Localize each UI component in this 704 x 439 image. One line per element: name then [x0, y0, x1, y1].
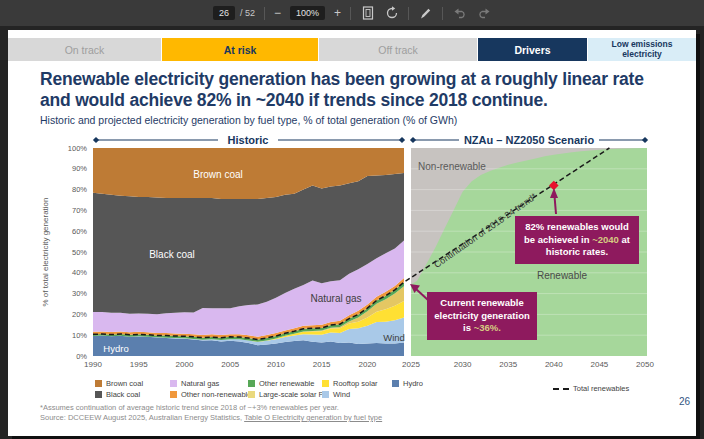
svg-text:60%: 60% — [72, 227, 87, 236]
zoom-out-button[interactable]: − — [274, 7, 281, 19]
svg-text:100%: 100% — [68, 144, 88, 153]
slide-title-line2: and would achieve 82% in ~2040 if trends… — [40, 90, 680, 111]
legend-label: Hydro — [403, 379, 423, 388]
toolbar-divider — [408, 7, 409, 20]
svg-text:20%: 20% — [72, 310, 87, 319]
fit-page-icon[interactable] — [360, 6, 375, 21]
svg-text:2020: 2020 — [359, 360, 377, 369]
callout-highlight: ~36%. — [474, 322, 501, 333]
svg-text:2040: 2040 — [545, 360, 563, 369]
dashed-line-icon — [553, 388, 569, 390]
footnotes: *Assumes continuation of average histori… — [40, 403, 382, 423]
legend-item: Brown coal — [95, 379, 143, 388]
historic-stack-group — [93, 148, 404, 356]
svg-text:2050: 2050 — [636, 360, 654, 369]
slide-title: Renewable electricity generation has bee… — [40, 69, 680, 111]
toolbar-divider — [350, 7, 351, 20]
callout-82-percent: 82% renewables would be achieved in ~204… — [515, 216, 639, 264]
legend-label: Rooftop solar — [333, 379, 378, 388]
legend-item: Hydro — [392, 379, 423, 388]
svg-text:2005: 2005 — [221, 360, 239, 369]
legend-item: Black coal — [95, 390, 140, 399]
page-number-input[interactable]: 26 — [213, 6, 235, 20]
source-text: Source: DCCEEW August 2025, Australian E… — [40, 413, 244, 422]
svg-text:2045: 2045 — [591, 360, 609, 369]
svg-text:2030: 2030 — [454, 360, 472, 369]
legend-item: Rooftop solar — [322, 379, 378, 388]
legend-swatch — [170, 391, 177, 398]
legend-label: Black coal — [106, 390, 140, 399]
legend-item: Wind — [322, 390, 350, 399]
legend-label: Other non-renewable — [181, 390, 251, 399]
page-total-label: / 52 — [240, 8, 255, 18]
toolbar-divider — [264, 7, 265, 20]
svg-text:2000: 2000 — [176, 360, 194, 369]
slide-page: On track At risk Off track Drivers Low e… — [8, 30, 696, 436]
slide-title-line1: Renewable electricity generation has bee… — [40, 69, 680, 90]
redo-icon[interactable] — [476, 6, 491, 21]
legend-swatch — [170, 380, 177, 387]
svg-text:Natural gas: Natural gas — [310, 293, 361, 304]
slide-page-number: 26 — [660, 396, 690, 407]
viewer-toolbar: 26 / 52 − 100% + — [0, 0, 704, 26]
legend-swatch — [248, 380, 255, 387]
svg-text:Black coal: Black coal — [149, 249, 195, 260]
svg-text:Renewable: Renewable — [537, 270, 587, 281]
legend-label: Brown coal — [106, 379, 143, 388]
svg-text:Brown coal: Brown coal — [193, 169, 242, 180]
tab-on-track[interactable]: On track — [8, 38, 161, 61]
panel-header-brackets: HistoricNZAu – NZ2050 Scenario — [93, 134, 648, 146]
footnote-source: Source: DCCEEW August 2025, Australian E… — [40, 413, 382, 423]
chart-subtitle: Historic and projected electricity gener… — [40, 114, 457, 126]
svg-text:40%: 40% — [72, 268, 87, 277]
svg-text:2010: 2010 — [267, 360, 285, 369]
svg-text:1990: 1990 — [84, 360, 102, 369]
legend-label: Natural gas — [181, 379, 219, 388]
zoom-level-button[interactable]: 100% — [290, 6, 325, 20]
svg-text:1995: 1995 — [130, 360, 148, 369]
svg-text:90%: 90% — [72, 164, 87, 173]
chart-legend: Total renewables Brown coalBlack coalNat… — [8, 379, 696, 403]
svg-text:Historic: Historic — [228, 134, 269, 146]
tab-off-track[interactable]: Off track — [319, 38, 477, 61]
svg-text:10%: 10% — [72, 331, 87, 340]
legend-item: Other non-renewable — [170, 390, 251, 399]
legend-label: Total renewables — [573, 384, 629, 393]
svg-text:2025: 2025 — [402, 360, 420, 369]
legend-swatch — [95, 380, 102, 387]
legend-label: Wind — [333, 390, 350, 399]
toolbar-divider — [442, 7, 443, 20]
svg-text:% of total electricity generat: % of total electricity generation — [41, 198, 50, 307]
tab-bar: On track At risk Off track Drivers Low e… — [8, 38, 696, 61]
tab-at-risk[interactable]: At risk — [162, 38, 318, 61]
tab-drivers[interactable]: Drivers — [478, 38, 587, 61]
svg-text:30%: 30% — [72, 289, 87, 298]
rotate-icon[interactable] — [384, 6, 399, 21]
zoom-in-button[interactable]: + — [334, 7, 341, 19]
callout-highlight: ~2040 — [592, 234, 619, 245]
legend-swatch — [322, 380, 329, 387]
legend-item: Natural gas — [170, 379, 219, 388]
svg-text:2015: 2015 — [313, 360, 331, 369]
svg-text:80%: 80% — [72, 185, 87, 194]
tab-low-emissions-electricity[interactable]: Low emissions electricity — [588, 38, 696, 61]
legend-total-renewables: Total renewables — [553, 384, 629, 393]
source-link[interactable]: Table O Electricity generation by fuel t… — [244, 413, 382, 422]
svg-text:NZAu – NZ2050 Scenario: NZAu – NZ2050 Scenario — [464, 134, 594, 146]
svg-text:70%: 70% — [72, 206, 87, 215]
legend-swatch — [322, 391, 329, 398]
svg-text:Wind: Wind — [383, 332, 405, 343]
legend-item: Other renewable — [248, 379, 314, 388]
svg-text:2035: 2035 — [499, 360, 517, 369]
legend-item: Large-scale solar PV — [248, 390, 329, 399]
svg-text:Hydro: Hydro — [103, 343, 128, 354]
legend-swatch — [248, 391, 255, 398]
legend-label: Large-scale solar PV — [259, 390, 329, 399]
legend-label: Other renewable — [259, 379, 314, 388]
page-indicator: 26 / 52 — [213, 6, 255, 20]
footnote-assumption: *Assumes continuation of average histori… — [40, 403, 382, 413]
legend-swatch — [392, 380, 399, 387]
undo-icon[interactable] — [452, 6, 467, 21]
svg-text:50%: 50% — [72, 248, 87, 257]
draw-pen-icon[interactable] — [418, 6, 433, 21]
